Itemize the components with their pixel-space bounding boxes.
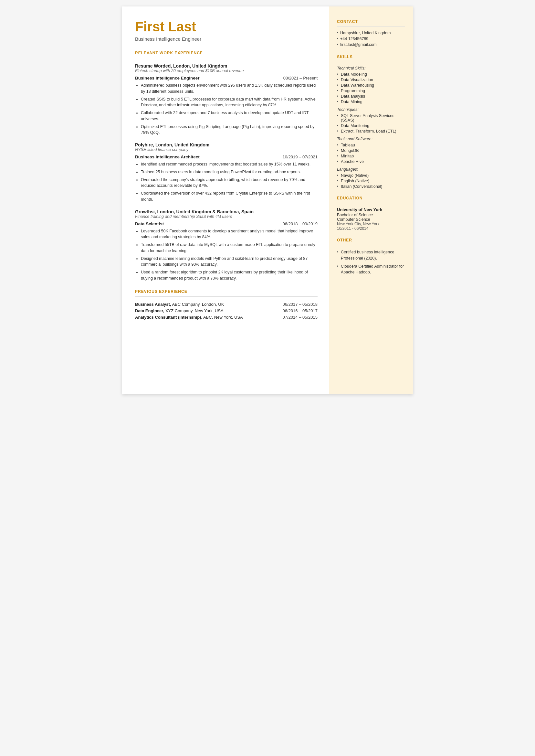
company-1-bold: Resume Worded,	[135, 63, 172, 69]
other-item-1: Certified business intelligence Professi…	[337, 249, 405, 261]
skills-divider	[337, 62, 405, 62]
bullet: Coordinated the conversion of over 432 r…	[141, 190, 318, 203]
skill-item: Navajo (Native)	[337, 173, 405, 178]
role-dates-1: 08/2021 – Present	[283, 75, 318, 80]
contact-item-1: Hampshire, United Kingdom	[337, 31, 405, 35]
divider-prev-exp	[135, 296, 318, 297]
prev-exp-dates-1: 06/2017 – 05/2018	[283, 302, 318, 307]
contact-item-2: +44 123456789	[337, 37, 405, 41]
job-1: Resume Worded, London, United Kingdom Fi…	[135, 63, 318, 136]
skill-item: Data Monitoring	[337, 124, 405, 128]
role-title-3: Data Scientist	[135, 221, 164, 226]
previous-experience-section: PREVIOUS EXPERIENCE Business Analyst, AB…	[135, 289, 318, 320]
skill-item: Data Mining	[337, 100, 405, 104]
bullet: Transformed 55TB of raw data into MySQL …	[141, 242, 318, 254]
relevant-work-title: RELEVANT WORK EXPERIENCE	[135, 51, 318, 55]
skills-cat-languages: Languages:	[337, 167, 405, 172]
skills-technical-list: Data Modeling Data Visualization Data Wa…	[337, 72, 405, 104]
divider-relevant	[135, 58, 318, 58]
company-2-rest: London, United Kingdom	[154, 142, 209, 147]
skills-cat-techniques: Techniques:	[337, 107, 405, 112]
skills-cat-tools: Tools and Software:	[337, 137, 405, 141]
job-title: Business Intelligence Engineer	[135, 36, 318, 42]
other-item-2: Cloudera Certified Administrator for Apa…	[337, 263, 405, 276]
role-title-1: Business Intelligence Engineer	[135, 75, 200, 80]
role-title-2: Business Intelligence Architect	[135, 155, 200, 160]
company-1-subtitle: Fintech startup with 20 employees and $1…	[135, 69, 318, 73]
role-row-3: Data Scientist 06/2018 – 09/2019	[135, 221, 318, 226]
bullet: Collaborated with 22 developers and 7 bu…	[141, 110, 318, 122]
skills-title: SKILLS	[337, 55, 405, 59]
edu-field-1: Computer Science	[337, 217, 405, 222]
skills-techniques-list: SQL Server Analysis Services (SSAS) Data…	[337, 113, 405, 133]
company-3-name: Growthsi, London, United Kingdom & Barce…	[135, 209, 318, 214]
education-title: EDUCATION	[337, 196, 405, 200]
job-3: Growthsi, London, United Kingdom & Barce…	[135, 209, 318, 281]
edu-institution-1: University of New York	[337, 207, 405, 212]
prev-exp-row-1: Business Analyst, ABC Company, London, U…	[135, 302, 318, 307]
bullet: Leveraged 50K Facebook comments to devel…	[141, 228, 318, 241]
skills-tools-list: Tableau MongoDB Minitab Apache Hive	[337, 143, 405, 164]
bullet: Trained 25 business users in data modeli…	[141, 169, 318, 175]
role-row-2: Business Intelligence Architect 10/2019 …	[135, 155, 318, 160]
job-1-bullets: Administered business objects environmen…	[135, 82, 318, 136]
contact-item-3: first.last@gmail.com	[337, 42, 405, 47]
skill-item: Minitab	[337, 154, 405, 159]
contact-list: Hampshire, United Kingdom +44 123456789 …	[337, 31, 405, 47]
skills-languages-list: Navajo (Native) English (Native) Italian…	[337, 173, 405, 189]
other-divider	[337, 245, 405, 245]
resume-container: First Last Business Intelligence Enginee…	[122, 7, 413, 394]
prev-exp-dates-3: 07/2014 – 05/2015	[283, 315, 318, 320]
bullet: Used a random forest algorithm to pinpoi…	[141, 269, 318, 281]
job-2: Polyhire, London, United Kingdom NYSE-li…	[135, 142, 318, 203]
right-column: CONTACT Hampshire, United Kingdom +44 12…	[329, 7, 413, 394]
skill-item: Programming	[337, 89, 405, 93]
skill-item: Data Modeling	[337, 72, 405, 76]
contact-title: CONTACT	[337, 19, 405, 24]
prev-exp-left-2: Data Engineer, XYZ Company, New York, US…	[135, 308, 276, 313]
prev-exp-dates-2: 06/2016 – 05/2017	[283, 308, 318, 313]
skills-section: SKILLS Technical Skills: Data Modeling D…	[337, 55, 405, 189]
role-dates-3: 06/2018 – 09/2019	[283, 221, 318, 226]
skill-item: Data Visualization	[337, 77, 405, 82]
job-2-bullets: Identified and recommended process impro…	[135, 161, 318, 203]
skill-item: Data Warehousing	[337, 83, 405, 88]
bullet: Optimized ETL processes using Pig Script…	[141, 124, 318, 136]
company-3-subtitle: Finance training and membership SaaS wit…	[135, 214, 318, 219]
prev-exp-row-3: Analytics Consultant (Internship), ABC, …	[135, 315, 318, 320]
skill-item: Data analysis	[337, 94, 405, 99]
company-3-rest: London, United Kingdom & Barcelona, Spai…	[156, 209, 254, 214]
skills-cat-technical: Technical Skills:	[337, 66, 405, 71]
bullet: Created SSIS to build 5 ETL processes fo…	[141, 96, 318, 109]
company-2-name: Polyhire, London, United Kingdom	[135, 142, 318, 147]
skill-item: Tableau	[337, 143, 405, 147]
education-section: EDUCATION University of New York Bachelo…	[337, 196, 405, 231]
edu-dates-1: 10/2011 - 06/2014	[337, 226, 405, 231]
job-3-bullets: Leveraged 50K Facebook comments to devel…	[135, 228, 318, 281]
name: First Last	[135, 19, 318, 34]
prev-exp-left-3: Analytics Consultant (Internship), ABC, …	[135, 315, 276, 320]
company-1-rest: London, United Kingdom	[172, 63, 227, 69]
bullet: Identified and recommended process impro…	[141, 161, 318, 167]
left-column: First Last Business Intelligence Enginee…	[122, 7, 329, 394]
skill-item: MongoDB	[337, 148, 405, 153]
prev-exp-left-1: Business Analyst, ABC Company, London, U…	[135, 302, 276, 307]
contact-section: CONTACT Hampshire, United Kingdom +44 12…	[337, 19, 405, 47]
skill-item: Italian (Conversational)	[337, 184, 405, 189]
company-3-bold: Growthsi,	[135, 209, 156, 214]
company-2-bold: Polyhire,	[135, 142, 154, 147]
bullet: Administered business objects environmen…	[141, 82, 318, 95]
education-divider	[337, 203, 405, 203]
edu-location-1: New York City, New York	[337, 222, 405, 226]
role-row-1: Business Intelligence Engineer 08/2021 –…	[135, 75, 318, 80]
edu-degree-1: Bachelor of Science	[337, 213, 405, 217]
skill-item: Extract, Transform, Load (ETL)	[337, 129, 405, 133]
role-dates-2: 10/2019 – 07/2021	[283, 155, 318, 160]
skill-item: English (Native)	[337, 179, 405, 183]
bullet: Designed machine learning models with Py…	[141, 256, 318, 268]
prev-exp-table: Business Analyst, ABC Company, London, U…	[135, 302, 318, 320]
prev-exp-row-2: Data Engineer, XYZ Company, New York, US…	[135, 308, 318, 313]
skill-item: Apache Hive	[337, 160, 405, 164]
other-section: OTHER Certified business intelligence Pr…	[337, 238, 405, 276]
other-title: OTHER	[337, 238, 405, 243]
